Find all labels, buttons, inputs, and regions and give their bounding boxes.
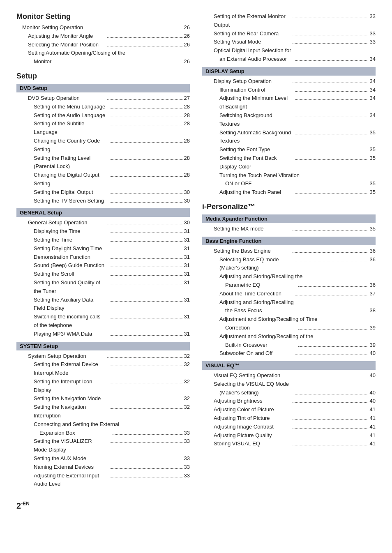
- toc-dots: [298, 312, 368, 312]
- toc-dots: [110, 267, 182, 267]
- page-number: 35: [370, 145, 376, 154]
- page-number: 39: [370, 341, 376, 350]
- toc-dots: [110, 194, 182, 194]
- page-footer: 2-EN: [16, 501, 376, 511]
- toc-entry: Setting the VISUALIZER Mode Display33: [16, 437, 190, 454]
- toc-dots: [293, 402, 368, 403]
- entry-text: an External Audio Processor: [219, 55, 294, 64]
- toc-entry: General Setup Operation30: [16, 219, 190, 227]
- toc-entry: Playing MP3/ WMA Data31: [16, 330, 190, 339]
- toc-dots: [293, 419, 368, 420]
- toc-entry: the Bass Focus38: [202, 306, 376, 315]
- entry-text: Setting the Auxiliary Data Field Display: [34, 296, 108, 313]
- entry-text: (Maker's setting): [219, 389, 294, 397]
- toc-entry: an External Audio Processor34: [202, 55, 376, 64]
- toc-entry: Selecting the Monitor Position26: [16, 41, 190, 49]
- category-bar: DVD Setup: [16, 84, 190, 92]
- entry-text: Setting the External Device Interrupt Mo…: [34, 360, 108, 378]
- category-bar: Bass Engine Function: [202, 237, 376, 245]
- page-number: 28: [184, 103, 190, 111]
- entry-text: Setting the Interrupt Icon Display: [34, 378, 108, 395]
- entry-text: Display Setup Operation: [214, 77, 291, 86]
- toc-dots: [298, 329, 368, 329]
- toc-entry: Setting the Navigation Mode32: [16, 394, 190, 403]
- toc-entry: DVD Setup Operation27: [16, 94, 190, 103]
- toc-entry: Optical Digital Input Selection for: [202, 46, 376, 55]
- entry-text: General Setup Operation: [28, 219, 105, 227]
- entry-text: Adjusting Image Contrast: [214, 423, 291, 431]
- toc-dots: [110, 468, 182, 469]
- page-number: 31: [184, 261, 190, 270]
- entry-text: Sound (Beep) Guide Function: [34, 261, 108, 270]
- toc-dots: [110, 250, 182, 250]
- page-number: 32: [184, 394, 190, 403]
- toc-dots: [113, 434, 182, 435]
- page-number: 41: [370, 423, 376, 431]
- entry-text: Adjustment and Storing/Recalling of Time: [219, 315, 376, 324]
- toc-entry: Adjusting and Storing/Recalling the: [202, 272, 376, 281]
- left-column: Monitor SettingMonitor Setting Operation…: [16, 12, 190, 488]
- entry-text: Adjusting and Storing/Recalling the: [219, 272, 376, 281]
- toc-entry: Storing VISUAL EQ41: [202, 440, 376, 448]
- page-number: 2: [16, 501, 21, 510]
- entry-text: Setting of the Menu Language: [34, 103, 108, 111]
- page-number: 34: [370, 94, 376, 103]
- entry-text: Connecting and Setting the External: [34, 420, 190, 429]
- entry-text: Adjusting Tint of Picture: [214, 414, 291, 423]
- toc-dots: [110, 202, 182, 203]
- toc-entry: Setting the Navigation Interruption32: [16, 403, 190, 420]
- toc-dots: [293, 18, 368, 18]
- entry-text: Parametric EQ: [225, 281, 297, 290]
- toc-dots: [293, 230, 368, 230]
- toc-entry: Setting of the Subtitle Language28: [16, 120, 190, 137]
- toc-dots: [110, 159, 182, 160]
- page-number: 32: [184, 378, 190, 386]
- toc-entry: Setting the AUX Mode33: [16, 454, 190, 463]
- page-number: 28: [184, 137, 190, 145]
- toc-dots: [110, 383, 182, 383]
- page-number: 32: [184, 360, 190, 369]
- toc-entry: Adjustment and Storing/Recalling of the: [202, 332, 376, 341]
- toc-entry: Setting of the External Monitor Output33: [202, 12, 376, 30]
- toc-entry: Switching Background Textures34: [202, 111, 376, 129]
- entry-text: Switching Background Textures: [219, 111, 294, 129]
- page-number: 30: [184, 219, 190, 227]
- page-number: 31: [184, 296, 190, 304]
- entry-text: Setting the TV Screen Setting: [34, 197, 108, 205]
- toc-entry: Expansion Box33: [16, 429, 190, 438]
- toc-dots: [293, 445, 368, 445]
- toc-dots: [110, 63, 182, 63]
- toc-entry: ON or OFF35: [202, 180, 376, 188]
- toc-dots: [110, 318, 182, 318]
- toc-dots: [110, 460, 182, 460]
- page-number: 28: [184, 120, 190, 128]
- page-number: 31: [184, 313, 190, 321]
- category-bar: DISPLAY Setup: [202, 67, 376, 76]
- toc-entry: Setting Daylight Saving Time31: [16, 244, 190, 253]
- page-number: 41: [370, 406, 376, 414]
- entry-text: Setting of the Audio Language: [34, 111, 108, 120]
- page-number: 34: [370, 111, 376, 120]
- page-number: 41: [370, 431, 376, 440]
- toc-entry: Setting the Time31: [16, 236, 190, 244]
- toc-entry: Adjusting Brightness40: [202, 397, 376, 406]
- page-number: 31: [184, 236, 190, 244]
- toc-dots: [110, 442, 182, 443]
- page-number: 40: [370, 349, 376, 358]
- toc-dots: [104, 29, 182, 29]
- page-number: 40: [370, 397, 376, 406]
- page-number: 28: [184, 171, 190, 180]
- page-number: 31: [184, 330, 190, 339]
- toc-entry: Setting the Bass Engine36: [202, 247, 376, 256]
- entry-text: DVD Setup Operation: [28, 94, 105, 103]
- toc-dots: [107, 37, 182, 38]
- toc-entry: Adjusting Image Contrast41: [202, 423, 376, 431]
- toc-entry: Adjusting Tint of Picture41: [202, 414, 376, 423]
- entry-text: Demonstration Function: [34, 253, 108, 262]
- page-number: 38: [370, 306, 376, 315]
- entry-text: Adjusting the Minimum Level of Backlight: [219, 94, 294, 111]
- toc-entry: Connecting and Setting the External: [16, 420, 190, 429]
- toc-dots: [298, 185, 368, 185]
- page-number: 33: [184, 463, 190, 472]
- page-number: 26: [184, 23, 190, 32]
